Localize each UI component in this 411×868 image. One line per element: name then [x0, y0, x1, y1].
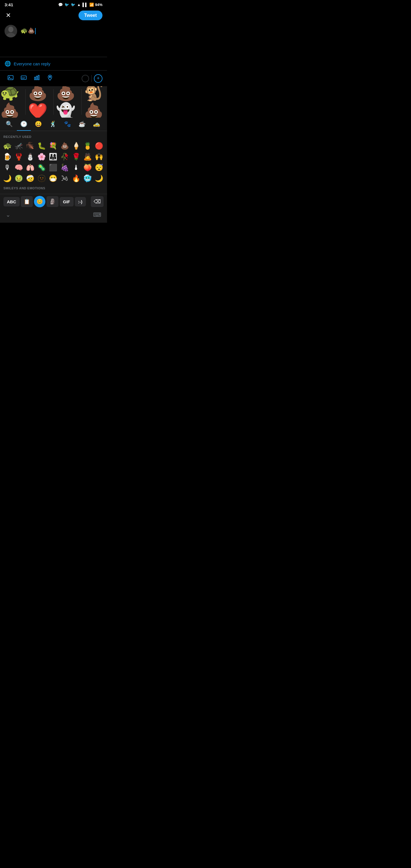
- emoji-dotted-face[interactable]: 🫥: [36, 173, 47, 184]
- emoji-flower[interactable]: 🌸: [36, 152, 47, 162]
- svg-rect-7: [35, 77, 36, 80]
- emoji-beers[interactable]: 🍺: [2, 152, 12, 162]
- keyboard-bottom: ABC 📋 😊 🗿 GIF :-) ⌫: [0, 194, 107, 209]
- svg-rect-9: [38, 75, 39, 80]
- emoji-icecream[interactable]: 🍦: [71, 141, 81, 151]
- emoji-cold[interactable]: 🥶: [83, 173, 93, 184]
- emoji-worm[interactable]: 🐛: [36, 141, 47, 151]
- avatar: [5, 25, 17, 37]
- emoji-lungs[interactable]: 🫁: [25, 162, 35, 173]
- backspace-button[interactable]: ⌫: [91, 196, 104, 207]
- tab-search[interactable]: 🔍: [2, 118, 16, 131]
- sticker-item-4[interactable]: 🐒💩: [84, 89, 107, 115]
- emoji-bouquet[interactable]: 💐: [48, 141, 58, 151]
- add-thread-button[interactable]: +: [94, 74, 102, 83]
- recently-used-label: RECENTLY USED: [2, 133, 105, 141]
- emoji-bow[interactable]: 🙇: [83, 152, 93, 162]
- emoji-mic[interactable]: 🎙: [2, 162, 12, 173]
- bottom-bar: ⌄ ⌨: [0, 209, 107, 223]
- signal-icon: ▌▌: [83, 3, 88, 7]
- globe-icon: 🌐: [5, 61, 11, 67]
- svg-point-1: [8, 27, 13, 32]
- svg-text:GIF: GIF: [22, 77, 25, 80]
- emoji-bandage[interactable]: 🤕: [25, 173, 35, 184]
- recently-used-grid: 🐢 🦟 🪳 🐛 💐 💩 🍦 🍍 🔴 🍺 🦞 ⛄ 🌸 👨‍👩‍👧 🥀 🌹 🙇 🙌 …: [2, 141, 105, 184]
- avatar-image: [5, 25, 17, 37]
- gif-button[interactable]: GIF: [18, 73, 30, 84]
- twitter-icon2: 🐦: [71, 3, 75, 7]
- clipboard-button[interactable]: 📋: [21, 196, 33, 207]
- tab-food[interactable]: ☕: [75, 118, 89, 131]
- emoji-nauseated[interactable]: 🤢: [14, 173, 24, 184]
- emoji-wind[interactable]: 🌬: [60, 173, 70, 184]
- add-icon: +: [97, 75, 100, 82]
- compose-toolbar: GIF +: [0, 70, 107, 86]
- tab-recent[interactable]: 🕐: [17, 118, 31, 131]
- keyboard-switch-button[interactable]: ⌨: [93, 211, 101, 218]
- emoji-mosquito[interactable]: 🦟: [14, 141, 24, 151]
- emoji-raise-hands[interactable]: 🙌: [94, 152, 104, 162]
- sticker-button[interactable]: 🗿: [46, 196, 59, 207]
- tab-travel[interactable]: 🚕: [90, 118, 104, 131]
- emoji-tabs: 🔍 🕐 😀 🕺 🐾 ☕ 🚕 🏆 💡 🔣 🚩: [0, 118, 107, 131]
- emoji-crescent[interactable]: 🌙: [2, 173, 12, 184]
- emoji-red-circle[interactable]: 🔴: [94, 141, 104, 151]
- sticker-item-3[interactable]: 💩👻: [56, 89, 82, 115]
- tweet-button[interactable]: Tweet: [78, 10, 102, 20]
- emoji-section: RECENTLY USED 🐢 🦟 🪳 🐛 💐 💩 🍦 🍍 🔴 🍺 🦞 ⛄ 🌸 …: [0, 131, 107, 194]
- emoji-grapes[interactable]: 🍇: [60, 162, 70, 173]
- emoji-cockroach[interactable]: 🪳: [25, 141, 35, 151]
- tab-animals[interactable]: 🐾: [61, 118, 74, 131]
- emoji-rose[interactable]: 🌹: [71, 152, 81, 162]
- sticker-item-1[interactable]: 🐢💩: [0, 89, 26, 115]
- battery-label: 📶 94%: [89, 3, 102, 7]
- emoji-brain[interactable]: 🧠: [14, 162, 24, 173]
- status-bar: 3:41 💬 🐦 🐦 ▲ ▌▌ 📶 94%: [0, 0, 107, 8]
- abc-button[interactable]: ABC: [3, 197, 20, 207]
- emoji-peach[interactable]: 🍑: [83, 162, 93, 173]
- tweet-input[interactable]: 🐢💩: [21, 25, 102, 55]
- status-time: 3:41: [5, 2, 13, 7]
- emoji-snowman[interactable]: ⛄: [25, 152, 35, 162]
- wifi-icon: ▲: [77, 3, 81, 7]
- close-button[interactable]: ✕: [5, 10, 12, 20]
- gif-keyboard-button[interactable]: GIF: [60, 197, 74, 207]
- svg-rect-8: [36, 76, 37, 80]
- emoji-pineapple[interactable]: 🍍: [83, 141, 93, 151]
- photo-button[interactable]: [5, 73, 17, 84]
- emoji-family[interactable]: 👨‍👩‍👧: [48, 152, 58, 162]
- emoji-poop[interactable]: 💩: [60, 141, 70, 151]
- tweet-content: 🐢💩: [21, 27, 35, 34]
- emoji-lobster[interactable]: 🦞: [14, 152, 24, 162]
- emoji-moon2[interactable]: 🌙: [94, 173, 104, 184]
- status-icons: 💬 🐦 🐦 ▲ ▌▌ 📶 94%: [58, 3, 102, 7]
- toolbar-divider: [91, 75, 92, 82]
- reply-setting-label: Everyone can reply: [14, 61, 50, 66]
- sticker-bar: 🐢💩 💩❤️ 💩👻 🐒💩 💩: [0, 86, 107, 118]
- char-counter: [82, 75, 89, 82]
- poll-button[interactable]: [31, 73, 43, 84]
- sticker-item-2[interactable]: 💩❤️: [28, 89, 54, 115]
- tab-activities[interactable]: 🏆: [104, 118, 107, 131]
- smileys-emotions-label: SMILEYS AND EMOTIONS: [2, 184, 105, 192]
- location-button[interactable]: [44, 73, 56, 84]
- message-icon: 💬: [58, 3, 63, 7]
- top-toolbar: ✕ Tweet: [0, 8, 107, 23]
- emoji-thermometer[interactable]: 🌡: [71, 162, 81, 173]
- emoji-sleepy[interactable]: 😴: [94, 162, 104, 173]
- text-cursor: [35, 28, 36, 34]
- twitter-icon1: 🐦: [64, 3, 69, 7]
- tab-smileys[interactable]: 😀: [31, 118, 45, 131]
- emoji-mask[interactable]: 😷: [48, 173, 58, 184]
- compose-area: 🐢💩: [0, 23, 107, 57]
- collapse-button[interactable]: ⌄: [6, 211, 10, 218]
- emoji-black-square[interactable]: ⬛: [48, 162, 58, 173]
- emoji-turtle[interactable]: 🐢: [2, 141, 12, 151]
- emoticon-button[interactable]: :-): [75, 197, 86, 207]
- reply-setting[interactable]: 🌐 Everyone can reply: [0, 57, 107, 70]
- tab-people[interactable]: 🕺: [46, 118, 60, 131]
- emoji-fire[interactable]: 🔥: [71, 173, 81, 184]
- emoji-microbe[interactable]: 🦠: [36, 162, 47, 173]
- emoji-wilted[interactable]: 🥀: [60, 152, 70, 162]
- emoji-keyboard-button[interactable]: 😊: [34, 196, 45, 207]
